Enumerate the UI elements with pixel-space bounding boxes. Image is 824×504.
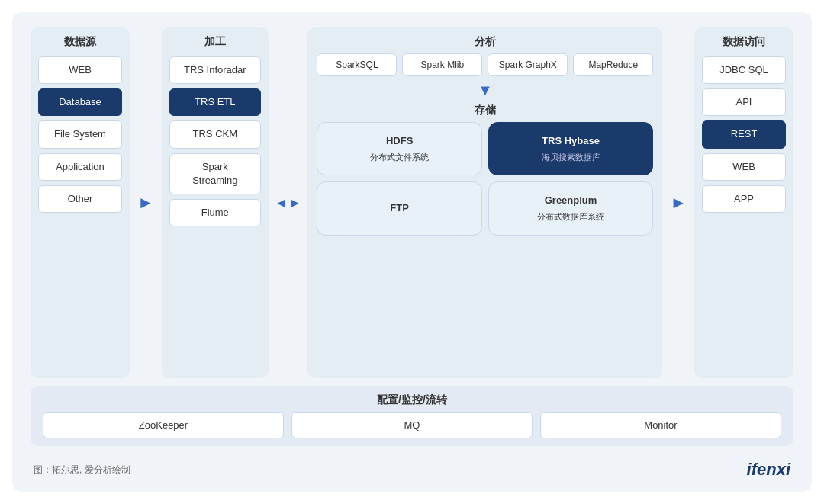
datasource-filesystem: File System [38, 120, 122, 148]
logo: ifenxi [747, 460, 790, 480]
center-panel: 分析 SparkSQL Spark Mlib Spark GraphX MapR… [307, 27, 662, 378]
dataaccess-title: 数据访问 [702, 35, 786, 49]
processing-trs-etl: TRS ETL [169, 88, 261, 116]
datasource-title: 数据源 [38, 35, 122, 49]
bottom-row-items: ZooKeeper MQ Monitor [43, 412, 781, 438]
arrow-analytics-storage: ▼ [317, 82, 653, 98]
processing-trs-ckm: TRS CKM [169, 120, 261, 148]
datasource-panel: 数据源 WEB Database File System Application… [31, 27, 130, 378]
processing-flume: Flume [169, 199, 261, 226]
storage-section: 存储 HDFS 分布式文件系统 TRS Hybase 海贝搜索数据库 [317, 104, 653, 236]
analytics-mapreduce: MapReduce [573, 53, 653, 76]
processing-panel: 加工 TRS Inforadar TRS ETL TRS CKM Spark S… [162, 27, 269, 378]
storage-greenplum-label: Greenplum [545, 193, 597, 209]
datasource-application: Application [38, 153, 122, 181]
analytics-title: 分析 [317, 35, 653, 49]
processing-trs-inforadar: TRS Inforadar [169, 56, 261, 84]
bottom-panel: 配置/监控/流转 ZooKeeper MQ Monitor [31, 386, 793, 446]
dataaccess-jdbc: JDBC SQL [702, 56, 786, 84]
analytics-boxes-row: SparkSQL Spark Mlib Spark GraphX MapRedu… [317, 53, 653, 76]
analytics-sparkgraphx: Spark GraphX [488, 53, 568, 76]
analytics-section: 分析 SparkSQL Spark Mlib Spark GraphX MapR… [317, 35, 653, 76]
storage-trs-hybase: TRS Hybase 海贝搜索数据库 [488, 122, 653, 175]
storage-hdfs-subtitle: 分布式文件系统 [370, 151, 429, 165]
main-container: 数据源 WEB Database File System Application… [12, 12, 812, 492]
storage-ftp-label: FTP [390, 201, 409, 217]
bottom-monitor: Monitor [540, 412, 781, 438]
datasource-database: Database [38, 88, 122, 116]
datasource-web: WEB [38, 56, 122, 84]
analytics-sparkmlib: Spark Mlib [402, 53, 482, 76]
arrow-processing-center: ◄► [275, 27, 302, 378]
dataaccess-app: APP [702, 185, 786, 213]
footer: 图：拓尔思, 爱分析绘制 ifenxi [31, 454, 793, 480]
storage-greenplum: Greenplum 分布式数据库系统 [488, 181, 653, 235]
storage-hybase-label: TRS Hybase [542, 133, 600, 149]
bottom-title: 配置/监控/流转 [43, 393, 781, 407]
storage-hdfs-label: HDFS [386, 133, 413, 149]
analytics-sparksql: SparkSQL [317, 53, 397, 76]
storage-ftp: FTP [317, 181, 481, 235]
processing-spark-streaming: Spark Streaming [169, 153, 261, 194]
arrow-center-dataaccess: ► [668, 27, 688, 378]
bottom-zookeeper: ZooKeeper [43, 412, 284, 438]
dataaccess-api: API [702, 88, 786, 116]
storage-hybase-subtitle: 海贝搜索数据库 [542, 151, 600, 165]
processing-title: 加工 [169, 35, 261, 49]
storage-title: 存储 [317, 104, 653, 117]
storage-row-2: FTP Greenplum 分布式数据库系统 [317, 181, 653, 235]
storage-hdfs: HDFS 分布式文件系统 [317, 122, 481, 175]
dataaccess-panel: 数据访问 JDBC SQL API REST WEB APP [694, 27, 793, 378]
diagram-area: 数据源 WEB Database File System Application… [31, 27, 793, 480]
datasource-other: Other [38, 185, 122, 213]
storage-row: HDFS 分布式文件系统 TRS Hybase 海贝搜索数据库 [317, 122, 653, 175]
dataaccess-web: WEB [702, 153, 786, 181]
dataaccess-rest: REST [702, 120, 786, 148]
arrow-datasource-processing: ► [136, 27, 156, 378]
footer-credit: 图：拓尔思, 爱分析绘制 [34, 464, 130, 477]
storage-greenplum-subtitle: 分布式数据库系统 [537, 210, 604, 224]
bottom-mq: MQ [291, 412, 533, 438]
